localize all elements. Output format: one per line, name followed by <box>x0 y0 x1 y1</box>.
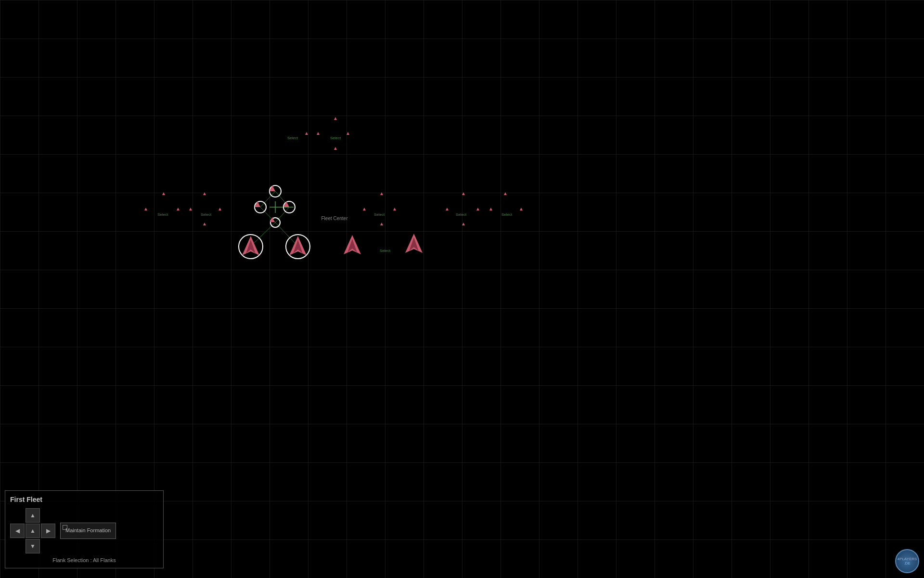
flank-selection-label: Flank Selection : All Flanks <box>10 557 158 563</box>
ship-small <box>255 201 260 207</box>
small-ship-dot <box>305 132 308 135</box>
maintain-formation-button[interactable]: Maintain Formation <box>60 523 116 539</box>
small-ship-dot <box>203 192 206 195</box>
dpad-empty-tr <box>41 508 55 523</box>
ship-label: Select <box>380 249 390 253</box>
small-ship-dot <box>462 223 465 225</box>
ship-large <box>287 235 308 256</box>
small-ship-dot <box>218 208 221 210</box>
small-ship-dot <box>489 208 492 210</box>
small-ship-dot <box>317 132 320 135</box>
dpad-right-button[interactable]: ▶ <box>41 524 55 538</box>
small-ship-dot <box>380 223 383 225</box>
fleet-controls: ▲ ◀ ▲ ▶ ▼ Maintain Formation <box>10 508 158 553</box>
watermark-text: 4PLAYERS .DE <box>896 557 918 565</box>
small-ship-dot <box>334 147 337 150</box>
watermark: 4PLAYERS .DE <box>895 549 919 573</box>
fleet-center-label: Fleet Center <box>321 216 347 221</box>
small-ship-dot <box>380 192 383 195</box>
small-ship-dot <box>334 117 337 120</box>
small-ship-dot <box>189 208 192 210</box>
dpad-left-button[interactable]: ◀ <box>10 524 25 538</box>
small-ship-dot <box>520 208 523 210</box>
dpad-up-button[interactable]: ▲ <box>26 508 40 523</box>
dpad-center-button[interactable]: ▲ <box>26 524 40 538</box>
ship-label: Select <box>330 136 341 140</box>
ship-large <box>240 235 261 256</box>
small-ship-dot <box>162 192 165 195</box>
ship-large <box>403 233 424 254</box>
ship-label: Select <box>456 212 466 217</box>
small-ship-dot <box>346 132 349 135</box>
game-canvas: Fleet Center <box>0 0 924 578</box>
ship-small <box>270 217 275 222</box>
ship-label: Select <box>201 212 211 217</box>
small-ship-dot <box>476 208 479 210</box>
small-ship-dot <box>177 208 180 210</box>
small-ship-dot <box>144 208 147 210</box>
ship-label: Select <box>287 136 298 140</box>
ship-small <box>283 201 289 207</box>
ship-label: Select <box>501 212 512 217</box>
ship-large <box>342 234 363 255</box>
small-ship-dot <box>363 208 366 210</box>
dpad-empty-br <box>41 539 55 553</box>
dpad: ▲ ◀ ▲ ▶ ▼ <box>10 508 55 553</box>
dpad-down-button[interactable]: ▼ <box>26 539 40 553</box>
small-ship-dot <box>446 208 449 210</box>
small-ship-dot <box>462 192 465 195</box>
fleet-title: First Fleet <box>10 496 158 503</box>
small-ship-dot <box>504 192 507 195</box>
dpad-empty-tl <box>10 508 25 523</box>
ship-label: Select <box>374 212 385 217</box>
dpad-empty-bl <box>10 539 25 553</box>
ship-small <box>270 185 275 191</box>
fleet-panel: First Fleet ▲ ◀ ▲ ▶ ▼ Maintain Formation… <box>5 490 164 568</box>
ship-label: Select <box>157 212 168 217</box>
small-ship-dot <box>393 208 396 210</box>
small-ship-dot <box>203 223 206 225</box>
